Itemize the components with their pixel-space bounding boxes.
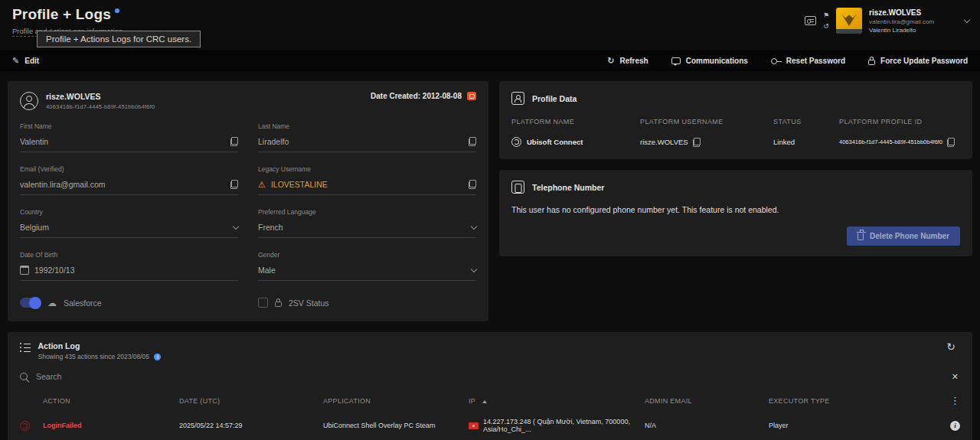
status-cell: Linked (773, 138, 839, 146)
action-log-refresh-icon[interactable]: ↻ (946, 341, 956, 352)
copy-icon[interactable] (693, 138, 701, 147)
twosv-lock-icon (275, 301, 282, 307)
telephone-footer: Delete Phone Number (511, 227, 960, 246)
main-content: risze.WOLVES 4063416b-f1d7-4445-b89f-451… (0, 71, 980, 440)
preferred-language-value: French (258, 223, 283, 232)
key-icon (771, 58, 777, 64)
delete-phone-number-label: Delete Phone Number (870, 232, 949, 240)
history-icon[interactable]: ↺ (823, 23, 829, 30)
date-of-birth-value: 1992/10/13 (34, 266, 75, 275)
preferred-language-select[interactable]: French (258, 223, 476, 238)
title-block: Profile + Logs Profile and ActionLogs in… (12, 6, 122, 37)
salesforce-toggle[interactable] (20, 298, 41, 308)
col-executor-type[interactable]: EXECUTOR TYPE (769, 397, 939, 405)
legacy-username-value-row: ⚠ ILOVESTALINE (258, 180, 476, 195)
subtitle-tooltip: Profile + Actions Logs for CRC users. (37, 31, 201, 47)
col-application[interactable]: APPLICATION (323, 397, 469, 405)
action-log-header: Action Log Showing 435 actions since 202… (8, 341, 972, 360)
clear-search-icon[interactable]: ✕ (952, 373, 959, 381)
communications-button[interactable]: Communications (671, 57, 748, 65)
account-chip[interactable]: ⚑ ↺ risze.WOLVES valentin.lira@gmail.com… (805, 8, 974, 34)
col-ip[interactable]: IP (469, 397, 645, 405)
date-of-birth-input[interactable]: 1992/10/13 (20, 266, 238, 281)
action-log-subtitle: Showing 435 actions since 2023/08/05 i (38, 353, 162, 360)
action-log-titles: Action Log Showing 435 actions since 202… (38, 341, 162, 360)
email-field: Email (Verified) valentin.lira@gmail.com (20, 165, 238, 195)
chevron-down-icon[interactable] (964, 16, 970, 22)
profile-data-title: Profile Data (532, 94, 577, 103)
search-input[interactable] (36, 372, 943, 381)
account-mini-icons: ⚑ ↺ (823, 12, 829, 30)
delete-phone-number-button[interactable]: Delete Phone Number (847, 227, 960, 246)
search-bar: ✕ (8, 360, 972, 388)
column-menu-icon[interactable]: ⋮ (950, 396, 960, 406)
toolbar-actions: ↻ Refresh Communications Reset Password … (607, 57, 968, 65)
gender-label: Gender (258, 251, 476, 259)
ip-cell: 14.227.173.248 ( Quận Mười, Vietnam, 700… (469, 418, 645, 433)
col-admin-email[interactable]: ADMIN EMAIL (645, 397, 769, 405)
action-log-card: Action Log Showing 435 actions since 202… (8, 332, 972, 440)
edit-button[interactable]: ✎ Edit (12, 57, 39, 65)
chevron-down-icon (233, 223, 239, 229)
last-name-label: Last Name (258, 122, 476, 130)
country-label: Country (20, 208, 238, 216)
copy-icon[interactable] (469, 137, 476, 146)
info-icon[interactable]: i (154, 354, 161, 360)
email-value: valentin.lira@gmail.com (20, 180, 106, 189)
telephone-title: Telephone Number (532, 183, 604, 192)
twosv-checkbox[interactable] (258, 298, 268, 308)
first-name-field: First Name Valentin (20, 122, 238, 152)
action-log-table-header: ACTION DATE (UTC) APPLICATION IP ADMIN E… (8, 388, 972, 412)
edit-button-label: Edit (24, 57, 39, 65)
preferred-language-field: Preferred Language French (258, 208, 476, 238)
last-name-value-row: Liradelfo (258, 137, 476, 152)
search-icon (20, 373, 28, 380)
date-cell: 2025/05/22 14:57:29 (179, 422, 323, 429)
action-log-subtitle-text: Showing 435 actions since 2023/08/05 (38, 353, 150, 360)
country-field: Country Belgium (20, 208, 238, 238)
force-update-password-button[interactable]: Force Update Password (868, 57, 968, 65)
profile-form: First Name Valentin Last Name Liradelfo … (20, 122, 476, 281)
copy-icon[interactable] (230, 180, 238, 189)
calendar-icon[interactable] (20, 266, 29, 275)
page-title: Profile + Logs (12, 6, 111, 22)
row-info-icon[interactable]: i (950, 421, 960, 431)
action-cell: LoginFailed (43, 422, 179, 429)
copy-icon[interactable] (469, 180, 476, 189)
date-created-flag-icon (467, 92, 476, 100)
force-update-password-button-label: Force Update Password (880, 57, 968, 65)
account-fullname: Valentin Liradelfo (869, 27, 949, 34)
profile-data-columns: PLATFORM NAME PLATFORM USERNAME STATUS P… (511, 118, 960, 125)
warning-icon: ⚠ (258, 181, 266, 189)
reset-password-button-label: Reset Password (786, 57, 845, 65)
profile-card: risze.WOLVES 4063416b-f1d7-4445-b89f-451… (8, 81, 488, 321)
col-date-utc[interactable]: DATE (UTC) (179, 397, 323, 405)
contact-card-icon[interactable] (805, 16, 816, 25)
lock-icon (868, 60, 875, 65)
copy-icon[interactable] (230, 137, 238, 146)
country-flag-icon (469, 422, 479, 429)
table-row[interactable]: LoginFailed 2025/05/22 14:57:29 UbiConne… (8, 412, 972, 438)
col-action[interactable]: ACTION (43, 397, 179, 405)
profile-card-header: risze.WOLVES 4063416b-f1d7-4445-b89f-451… (20, 92, 476, 110)
gender-value: Male (258, 266, 276, 275)
account-email: valentin.lira@gmail.com (869, 18, 949, 25)
copy-icon[interactable] (947, 138, 955, 147)
date-of-birth-field: Date Of Birth 1992/10/13 (20, 251, 238, 281)
title-info-icon[interactable] (115, 8, 119, 13)
twosv-control: 2SV Status (258, 298, 476, 308)
phone-icon (511, 181, 524, 194)
cloud-icon: ☁ (47, 298, 57, 308)
platform-profile-id-text: 4063416b-f1d7-4445-b89f-451bb0b4f6f0 (839, 139, 942, 145)
chevron-down-icon (471, 223, 477, 229)
date-created: Date Created: 2012-08-08 (371, 92, 476, 100)
ubisoft-connect-icon (511, 137, 521, 147)
country-select[interactable]: Belgium (20, 223, 238, 238)
refresh-button[interactable]: ↻ Refresh (607, 57, 648, 65)
user-avatar[interactable] (836, 8, 862, 34)
profile-badge-icon (511, 92, 524, 105)
flag-icon[interactable]: ⚑ (823, 12, 829, 19)
gender-select[interactable]: Male (258, 266, 476, 281)
reset-password-button[interactable]: Reset Password (771, 57, 845, 65)
platform-username-cell: risze.WOLVES (640, 138, 773, 147)
